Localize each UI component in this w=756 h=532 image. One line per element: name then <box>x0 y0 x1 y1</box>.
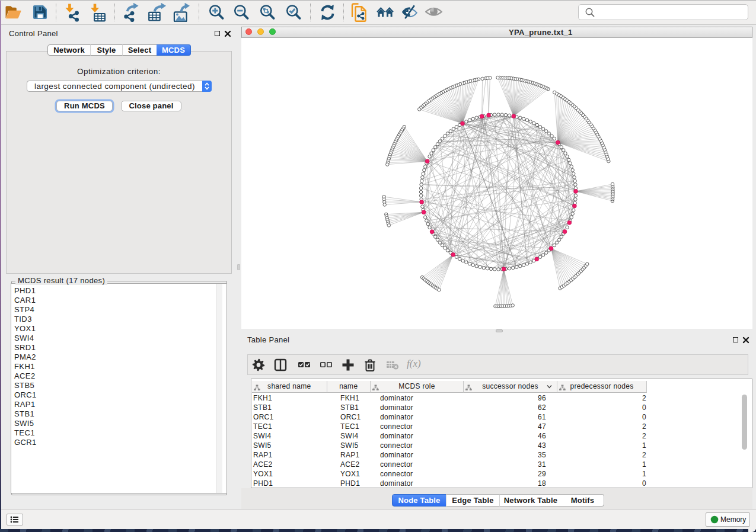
svg-text:Memory: Memory <box>720 515 746 524</box>
